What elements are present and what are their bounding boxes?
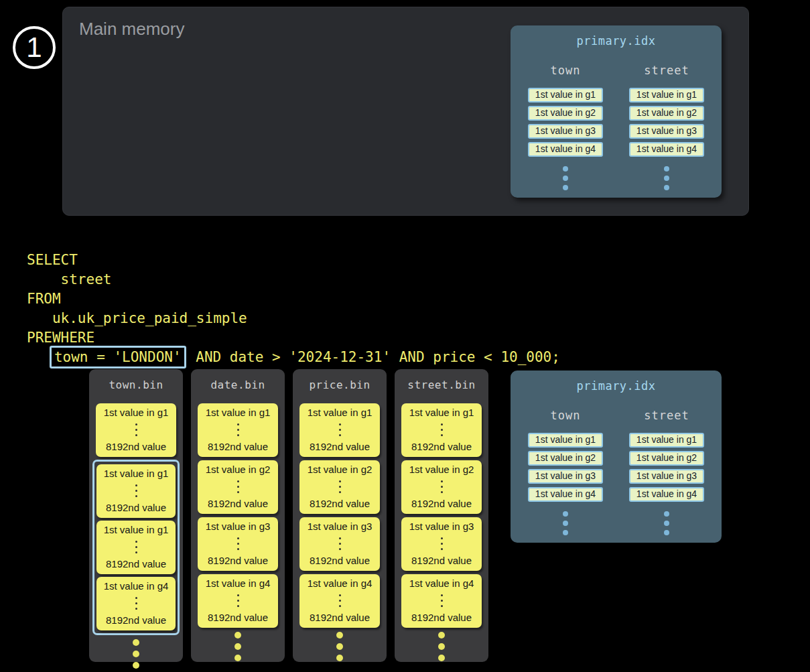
date-bin-column: date.bin 1st value in g1 8192nd value 1s…: [191, 369, 285, 662]
granule-first-value: 1st value in g2: [409, 464, 474, 475]
granule-last-value: 8192nd value: [310, 498, 370, 509]
granule-block: 1st value in g1 8192nd value: [198, 403, 278, 457]
vertical-ellipsis-icon: [339, 594, 341, 607]
town-bin-title: town.bin: [89, 379, 183, 391]
primary-idx-columns: town 1st value in g1 1st value in g2 1st…: [511, 409, 722, 535]
primary-idx-columns: town 1st value in g1 1st value in g2 1st…: [511, 64, 722, 190]
street-bin-column: street.bin 1st value in g1 8192nd value …: [395, 369, 488, 662]
vertical-ellipsis-icon: [441, 480, 443, 493]
granule-first-value: 1st value in g1: [308, 407, 373, 418]
index-entry: 1st value in g3: [629, 124, 704, 139]
primary-idx-column-town: town 1st value in g1 1st value in g2 1st…: [528, 409, 603, 535]
vertical-ellipsis-icon: [339, 480, 341, 493]
granule-block: 1st value in g2 8192nd value: [299, 460, 380, 514]
granule-block: 1st value in g3 8192nd value: [198, 517, 278, 571]
vertical-ellipsis-icon: [237, 423, 239, 436]
sql-predicate-rest: AND date > '2024-12-31' AND price < 10_0…: [188, 349, 560, 365]
granule-last-value: 8192nd value: [208, 498, 268, 509]
vertical-ellipsis-icon: [395, 632, 488, 661]
vertical-ellipsis-icon: [441, 423, 443, 436]
granule-block: 1st value in g4 8192nd value: [96, 577, 176, 630]
sql-keyword-from: FROM: [27, 291, 61, 307]
index-entry: 1st value in g1: [629, 433, 704, 448]
street-bin-title: street.bin: [395, 379, 488, 391]
street-bin-granules: 1st value in g1 8192nd value 1st value i…: [395, 403, 488, 628]
sql-indent: [27, 349, 52, 365]
town-bin-granules: 1st value in g1 8192nd value 1st value i…: [89, 403, 183, 635]
vertical-ellipsis-icon: [135, 423, 137, 436]
price-bin-granules: 1st value in g1 8192nd value 1st value i…: [293, 403, 387, 628]
column-header-town: town: [551, 64, 581, 77]
index-entry: 1st value in g4: [528, 487, 603, 502]
primary-idx-panel-top: primary.idx town 1st value in g1 1st val…: [511, 25, 722, 198]
index-entry: 1st value in g2: [528, 451, 603, 466]
granule-last-value: 8192nd value: [106, 441, 166, 452]
granule-first-value: 1st value in g1: [104, 407, 169, 418]
sql-keyword-select: SELECT: [27, 252, 78, 268]
index-entry: 1st value in g1: [629, 88, 704, 103]
granule-first-value: 1st value in g3: [409, 521, 474, 532]
vertical-ellipsis-icon: [237, 480, 239, 493]
granule-last-value: 8192nd value: [411, 498, 472, 509]
granule-first-value: 1st value in g4: [308, 578, 373, 589]
granule-first-value: 1st value in g3: [308, 521, 373, 532]
primary-idx-column-street: street 1st value in g1 1st value in g2 1…: [629, 64, 704, 190]
primary-idx-column-street: street 1st value in g1 1st value in g2 1…: [629, 409, 704, 535]
granule-block: 1st value in g3 8192nd value: [299, 517, 380, 571]
granule-last-value: 8192nd value: [411, 555, 472, 566]
granule-block: 1st value in g1 8192nd value: [401, 403, 482, 457]
step-number-badge: 1: [13, 26, 56, 69]
granule-first-value: 1st value in g1: [409, 407, 474, 418]
primary-idx-panel-bottom: primary.idx town 1st value in g1 1st val…: [511, 371, 722, 543]
granule-first-value: 1st value in g2: [308, 464, 373, 475]
granule-block: 1st value in g4 8192nd value: [198, 574, 278, 628]
granule-last-value: 8192nd value: [310, 612, 370, 623]
index-entry: 1st value in g2: [629, 106, 704, 121]
vertical-ellipsis-icon: [89, 639, 183, 669]
index-entry: 1st value in g4: [629, 142, 704, 157]
index-entry: 1st value in g4: [528, 142, 603, 157]
granule-last-value: 8192nd value: [208, 555, 268, 566]
granule-block: 1st value in g1 8192nd value: [96, 464, 176, 518]
town-bin-column: town.bin 1st value in g1 8192nd value 1s…: [89, 369, 183, 662]
index-entry: 1st value in g2: [528, 106, 603, 121]
vertical-ellipsis-icon: [293, 632, 387, 661]
index-entry: 1st value in g3: [629, 469, 704, 484]
primary-idx-column-town: town 1st value in g1 1st value in g2 1st…: [528, 64, 603, 190]
vertical-ellipsis-icon: [441, 537, 443, 550]
vertical-ellipsis-icon: [664, 166, 669, 190]
vertical-ellipsis-icon: [191, 632, 285, 661]
granule-block: 1st value in g4 8192nd value: [401, 574, 482, 628]
granule-last-value: 8192nd value: [208, 441, 268, 452]
granule-block: 1st value in g1 8192nd value: [96, 521, 176, 574]
granule-last-value: 8192nd value: [310, 441, 370, 452]
column-files-row: town.bin 1st value in g1 8192nd value 1s…: [89, 369, 488, 662]
primary-idx-title: primary.idx: [511, 379, 722, 393]
index-entry: 1st value in g3: [528, 469, 603, 484]
granule-last-value: 8192nd value: [106, 502, 166, 513]
granule-first-value: 1st value in g1: [104, 468, 169, 479]
main-memory-title: Main memory: [79, 19, 184, 40]
index-entry: 1st value in g4: [629, 487, 704, 502]
granule-first-value: 1st value in g4: [409, 578, 474, 589]
granule-last-value: 8192nd value: [208, 612, 268, 623]
granule-last-value: 8192nd value: [411, 612, 472, 623]
step-number: 1: [26, 33, 42, 62]
sql-keyword-prewhere: PREWHERE: [27, 330, 94, 346]
vertical-ellipsis-icon: [339, 537, 341, 550]
granule-first-value: 1st value in g1: [104, 524, 169, 535]
vertical-ellipsis-icon: [664, 511, 669, 535]
granule-block: 1st value in g1 8192nd value: [299, 403, 380, 457]
date-bin-title: date.bin: [191, 379, 285, 391]
primary-idx-title: primary.idx: [511, 34, 722, 48]
granule-last-value: 8192nd value: [106, 558, 166, 569]
vertical-ellipsis-icon: [135, 541, 137, 553]
column-header-street: street: [644, 64, 689, 77]
granule-last-value: 8192nd value: [411, 441, 472, 452]
granule-block: 1st value in g4 8192nd value: [299, 574, 380, 628]
vertical-ellipsis-icon: [441, 594, 443, 607]
sql-query: SELECT street FROM uk.uk_price_paid_simp…: [27, 251, 560, 367]
index-entry: 1st value in g3: [528, 124, 603, 139]
granule-first-value: 1st value in g4: [104, 580, 169, 592]
price-bin-column: price.bin 1st value in g1 8192nd value 1…: [293, 369, 387, 662]
